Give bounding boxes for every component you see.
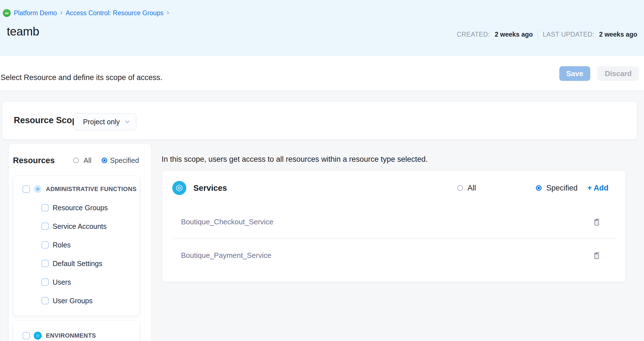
resources-radio-all-label[interactable]: All bbox=[84, 156, 91, 165]
toolbar-description: Select Resource and define its scope of … bbox=[1, 73, 162, 82]
services-radio-all[interactable] bbox=[457, 185, 463, 191]
add-service-button[interactable]: + Add bbox=[587, 184, 609, 192]
resources-radio-specified-label[interactable]: Specified bbox=[110, 156, 139, 165]
last-updated-label: LAST UPDATED: bbox=[543, 31, 594, 38]
breadcrumb-separator: › bbox=[60, 9, 62, 17]
breadcrumb-link-resource-groups[interactable]: Access Control: Resource Groups bbox=[66, 9, 164, 17]
meta-divider bbox=[538, 30, 538, 39]
resource-scope-selected: Project only bbox=[74, 118, 120, 126]
group-header-row: ADMINISTRATIVE FUNCTIONS bbox=[13, 185, 140, 193]
item-label: Resource Groups bbox=[53, 204, 108, 212]
resource-group-administrative-functions: ADMINISTRATIVE FUNCTIONS Resource Groups… bbox=[13, 176, 140, 316]
action-toolbar: Select Resource and define its scope of … bbox=[0, 56, 644, 91]
created-label: CREATED: bbox=[457, 31, 490, 38]
resources-title: Resources bbox=[13, 156, 55, 165]
resource-scope-card: Resource Scope Project only bbox=[2, 102, 637, 139]
breadcrumb: ∞ Platform Demo › Access Control: Resour… bbox=[3, 8, 169, 17]
breadcrumb-link-project[interactable]: Platform Demo bbox=[14, 9, 57, 17]
services-title: Services bbox=[193, 183, 227, 193]
item-label: Service Accounts bbox=[53, 222, 107, 231]
item-label: Roles bbox=[53, 241, 71, 249]
checkbox-service-accounts[interactable] bbox=[41, 223, 49, 230]
item-label: Users bbox=[53, 278, 71, 286]
page-title: teamb bbox=[7, 25, 39, 38]
resource-item-row: Resource Groups bbox=[13, 204, 140, 212]
chevron-down-icon bbox=[125, 120, 130, 123]
breadcrumb-separator: › bbox=[167, 9, 169, 17]
resource-item-row: Default Settings bbox=[13, 260, 140, 267]
resource-item-row: Service Accounts bbox=[13, 222, 140, 230]
checkbox-roles[interactable] bbox=[41, 241, 49, 249]
resources-panel: Resources All Specified ADMINISTRATIVE F… bbox=[9, 144, 151, 341]
resource-item-row: Roles bbox=[13, 241, 140, 249]
save-button[interactable]: Save bbox=[559, 66, 590, 81]
delete-service-button[interactable] bbox=[591, 249, 603, 261]
group-header-row: ENVIRONMENTS bbox=[13, 332, 140, 340]
resources-radio-specified[interactable] bbox=[102, 158, 107, 163]
group-label: ADMINISTRATIVE FUNCTIONS bbox=[46, 186, 137, 193]
services-radio-all-label[interactable]: All bbox=[468, 184, 476, 192]
created-value: 2 weeks ago bbox=[495, 31, 533, 38]
environments-target-icon bbox=[34, 332, 42, 340]
trash-icon bbox=[593, 218, 600, 226]
resource-item-row: Users bbox=[13, 278, 140, 286]
checkbox-administrative-functions[interactable] bbox=[23, 185, 30, 193]
services-radio-specified[interactable] bbox=[536, 185, 542, 191]
service-hexagon-icon bbox=[172, 181, 186, 195]
trash-icon bbox=[593, 251, 600, 260]
delete-service-button[interactable] bbox=[591, 216, 603, 228]
checkbox-user-groups[interactable] bbox=[41, 297, 49, 304]
service-name: Boutique_Payment_Service bbox=[181, 251, 271, 260]
item-label: User Groups bbox=[53, 297, 93, 305]
scope-description: In this scope, users get access to all r… bbox=[162, 155, 428, 164]
group-label: ENVIRONMENTS bbox=[46, 332, 96, 339]
project-infinity-icon: ∞ bbox=[3, 9, 11, 17]
checkbox-default-settings[interactable] bbox=[41, 260, 49, 267]
last-updated-value: 2 weeks ago bbox=[599, 31, 637, 38]
row-divider bbox=[173, 238, 615, 238]
resource-group-environments: ENVIRONMENTS bbox=[13, 320, 140, 341]
resource-scope-dropdown[interactable]: Project only bbox=[74, 113, 136, 130]
resources-radio-all[interactable] bbox=[73, 158, 79, 163]
checkbox-users[interactable] bbox=[41, 278, 49, 286]
service-name: Boutique_Checkout_Service bbox=[181, 218, 273, 226]
discard-button[interactable]: Discard bbox=[598, 66, 639, 81]
gear-icon bbox=[34, 185, 42, 193]
checkbox-environments[interactable] bbox=[23, 332, 30, 339]
meta-info: CREATED: 2 weeks ago LAST UPDATED: 2 wee… bbox=[457, 29, 637, 39]
page-header: ∞ Platform Demo › Access Control: Resour… bbox=[0, 0, 644, 56]
services-card: Services All Specified + Add Boutique_Ch… bbox=[162, 171, 625, 282]
resource-scope-label: Resource Scope bbox=[14, 115, 82, 125]
services-radio-specified-label[interactable]: Specified bbox=[546, 184, 578, 192]
checkbox-resource-groups[interactable] bbox=[41, 204, 49, 211]
item-label: Default Settings bbox=[53, 260, 102, 268]
resource-item-row: User Groups bbox=[13, 297, 140, 305]
